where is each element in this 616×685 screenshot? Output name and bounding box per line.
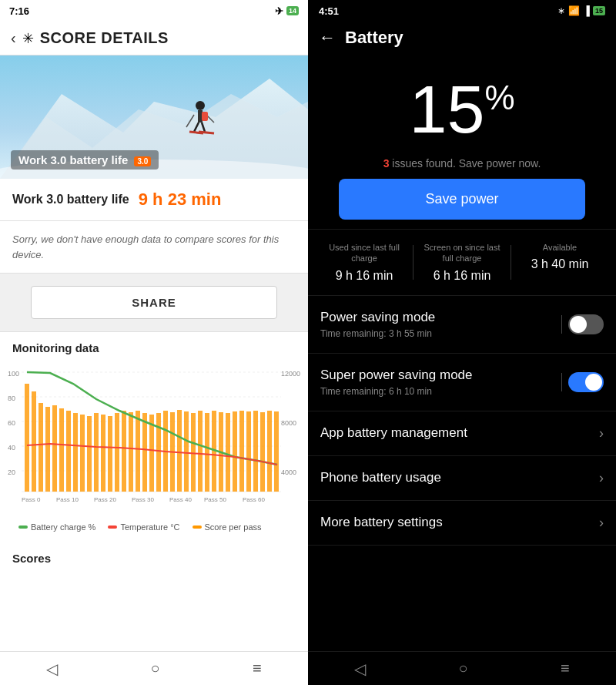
battery-result: Work 3.0 battery life 9 h 23 min [0, 179, 308, 221]
settings-phone-battery[interactable]: Phone battery usage › [308, 456, 616, 501]
settings-more-battery-title: More battery settings [320, 515, 599, 530]
svg-rect-31 [52, 405, 57, 492]
nav-home-left[interactable]: ○ [151, 660, 160, 677]
power-saving-toggle[interactable] [568, 314, 604, 334]
back-arrow-right[interactable]: ← [319, 28, 336, 48]
svg-rect-33 [66, 411, 71, 492]
nav-home-right[interactable]: ○ [459, 660, 468, 677]
svg-rect-53 [205, 413, 209, 492]
svg-text:8000: 8000 [281, 419, 296, 427]
svg-text:60: 60 [8, 419, 15, 427]
bluetooth-icon: ∗ [557, 5, 565, 16]
status-bar-right: 4:51 ∗ 📶 ▐ 15 [308, 0, 616, 22]
settings-power-saving[interactable]: Power saving mode Time remaining: 3 h 55… [308, 296, 616, 354]
svg-text:Pass 10: Pass 10 [56, 496, 79, 503]
battery-result-value: 9 h 23 min [139, 190, 222, 210]
svg-rect-60 [253, 411, 258, 492]
stat-available-label: Available [511, 242, 608, 253]
airplane-icon: ✈ [275, 5, 283, 17]
back-arrow-left[interactable]: ‹ [11, 29, 16, 47]
scores-title: Scores [0, 546, 308, 571]
stat-screen-value: 6 h 16 min [413, 269, 511, 283]
signal-icon: ▐ [583, 5, 590, 16]
issues-suffix: issues found. Save power now. [392, 157, 541, 170]
stat-screen-label: Screen on since lastfull charge [413, 242, 511, 264]
svg-rect-58 [239, 411, 244, 492]
super-power-toggle-container [561, 372, 604, 392]
super-power-toggle-knob [585, 374, 602, 391]
svg-text:Pass 50: Pass 50 [204, 496, 226, 503]
hero-version: 3.0 [134, 156, 151, 166]
toggle-divider-1 [561, 315, 562, 334]
legend-battery-label: Battery charge % [31, 522, 95, 532]
settings-app-battery[interactable]: App battery management › [308, 411, 616, 456]
share-button[interactable]: SHARE [31, 286, 277, 319]
svg-rect-49 [177, 410, 182, 492]
nav-back-right[interactable]: ◁ [354, 660, 366, 678]
settings-super-power-saving[interactable]: Super power saving mode Time remaining: … [308, 354, 616, 411]
legend-score-dot [192, 526, 202, 529]
status-bar-left: 7:16 ✈ 14 [0, 0, 308, 22]
wifi-icon: 📶 [568, 5, 580, 16]
settings-super-power-sub: Time remaining: 6 h 10 min [320, 386, 561, 397]
svg-text:4000: 4000 [281, 468, 296, 476]
settings-app-battery-title: App battery management [320, 425, 599, 441]
stat-used-label: Used since last fullcharge [316, 242, 413, 264]
svg-rect-27 [25, 384, 29, 492]
svg-text:Pass 0: Pass 0 [22, 496, 41, 503]
legend-battery: Battery charge % [18, 522, 95, 532]
super-power-toggle[interactable] [568, 372, 604, 392]
svg-rect-59 [246, 411, 251, 492]
settings-power-saving-left: Power saving mode Time remaining: 3 h 55… [320, 310, 561, 339]
app-battery-chevron: › [599, 425, 604, 442]
issues-count: 3 [383, 157, 390, 170]
settings-list: Power saving mode Time remaining: 3 h 55… [308, 296, 616, 651]
legend-temp-dot [108, 526, 117, 529]
svg-text:Pass 40: Pass 40 [169, 496, 192, 503]
sorry-text: Sorry, we don't have enough data to comp… [0, 221, 308, 274]
svg-rect-39 [108, 416, 112, 492]
svg-rect-37 [94, 413, 99, 492]
time-left: 7:16 [9, 5, 29, 17]
svg-text:12000: 12000 [281, 370, 300, 378]
svg-rect-61 [260, 412, 265, 492]
svg-text:80: 80 [8, 395, 15, 402]
settings-power-saving-title: Power saving mode [320, 310, 561, 325]
svg-text:Pass 60: Pass 60 [243, 496, 265, 503]
svg-rect-41 [122, 411, 126, 492]
svg-rect-34 [73, 413, 78, 492]
battery-percentage-section: 15% [308, 60, 616, 151]
status-icons-left: ✈ 14 [275, 5, 299, 17]
monitoring-title: Monitoring data [0, 332, 308, 361]
status-icons-right: ∗ 📶 ▐ 15 [557, 5, 605, 16]
chart-legend: Battery charge % Temperature °C Score pe… [6, 518, 302, 536]
settings-more-battery[interactable]: More battery settings › [308, 501, 616, 546]
svg-text:40: 40 [8, 444, 15, 452]
stat-available: Available 3 h 40 min [511, 242, 608, 283]
svg-rect-51 [191, 413, 196, 492]
svg-rect-29 [38, 403, 43, 492]
bottom-nav-left: ◁ ○ ≡ [0, 651, 308, 685]
svg-rect-46 [156, 413, 161, 492]
more-battery-chevron: › [599, 515, 604, 531]
svg-rect-63 [274, 411, 279, 492]
svg-text:Pass 20: Pass 20 [94, 496, 116, 503]
nav-menu-left[interactable]: ≡ [253, 660, 262, 677]
settings-super-power-title: Super power saving mode [320, 368, 561, 383]
score-icon: ✳ [22, 30, 34, 47]
right-panel: 4:51 ∗ 📶 ▐ 15 ← Battery 15% 3 issues fou… [308, 0, 616, 685]
settings-super-power-left: Super power saving mode Time remaining: … [320, 368, 561, 397]
chart-container: 100 80 60 40 20 12000 8000 4000 [0, 361, 308, 546]
svg-rect-57 [233, 411, 237, 492]
svg-rect-30 [45, 407, 50, 492]
svg-rect-42 [129, 412, 133, 492]
save-power-button[interactable]: Save power [339, 179, 585, 220]
svg-rect-50 [184, 411, 189, 492]
nav-menu-right[interactable]: ≡ [561, 660, 570, 677]
svg-text:Pass 30: Pass 30 [132, 496, 154, 503]
legend-score-label: Score per pass [205, 522, 262, 532]
svg-rect-56 [226, 413, 230, 492]
svg-rect-38 [101, 415, 105, 492]
nav-back-left[interactable]: ◁ [46, 660, 58, 678]
legend-temp: Temperature °C [108, 522, 179, 532]
